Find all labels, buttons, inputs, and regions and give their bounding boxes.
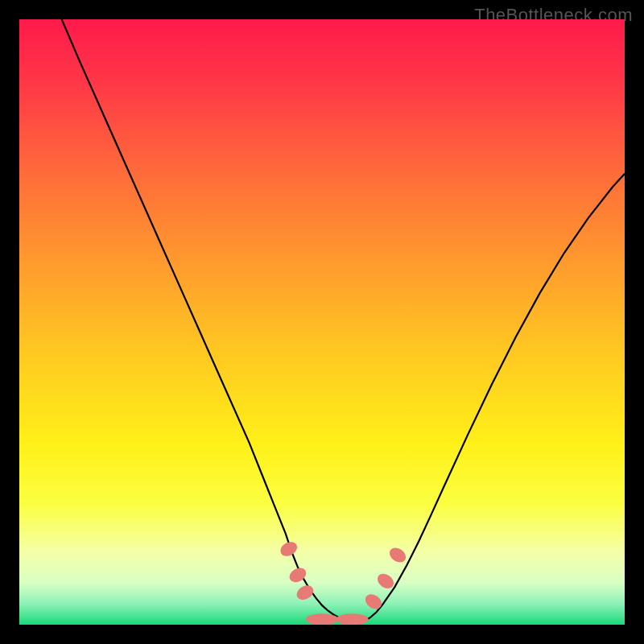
data-point-marker <box>336 613 369 625</box>
chart-svg <box>19 19 625 625</box>
background-gradient <box>19 19 625 625</box>
data-point-marker <box>306 613 338 625</box>
chart-frame: TheBottleneck.com <box>0 0 644 644</box>
plot-area <box>19 19 625 625</box>
